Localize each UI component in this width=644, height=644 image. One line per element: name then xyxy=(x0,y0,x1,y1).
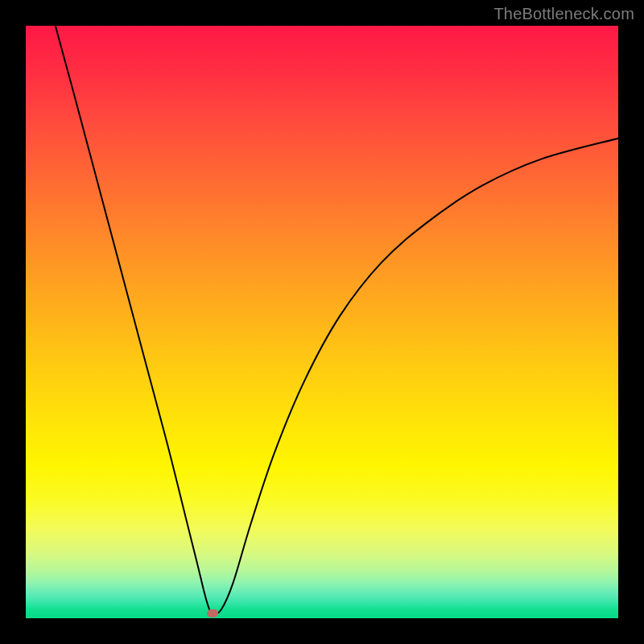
curve-svg xyxy=(26,26,618,618)
watermark-text: TheBottleneck.com xyxy=(493,5,634,23)
plot-area xyxy=(26,26,618,618)
optimal-point-marker xyxy=(207,609,218,617)
chart-frame: TheBottleneck.com xyxy=(0,0,644,644)
bottleneck-curve-path xyxy=(56,26,618,614)
